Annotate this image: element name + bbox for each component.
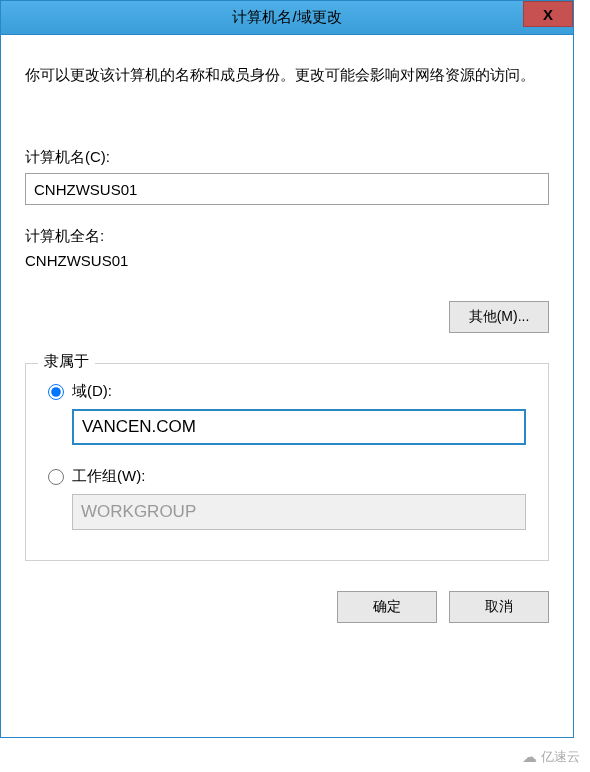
more-button-row: 其他(M)... <box>25 301 549 333</box>
domain-radio-row: 域(D): <box>48 382 526 401</box>
dialog-window: 计算机名/域更改 X 你可以更改该计算机的名称和成员身份。更改可能会影响对网络资… <box>0 0 574 738</box>
dialog-title: 计算机名/域更改 <box>232 8 341 27</box>
workgroup-radio[interactable] <box>48 469 64 485</box>
cloud-icon: ☁ <box>522 748 537 766</box>
membership-fieldset: 隶属于 域(D): 工作组(W): <box>25 363 549 561</box>
computer-name-section: 计算机名(C): <box>25 148 549 205</box>
close-button[interactable]: X <box>523 1 573 27</box>
watermark-text: 亿速云 <box>541 748 580 766</box>
domain-input[interactable] <box>72 409 526 445</box>
workgroup-input <box>72 494 526 530</box>
ok-button[interactable]: 确定 <box>337 591 437 623</box>
full-name-label: 计算机全名: <box>25 227 549 246</box>
close-icon: X <box>543 6 553 23</box>
workgroup-radio-row: 工作组(W): <box>48 467 526 486</box>
workgroup-input-wrap <box>48 494 526 530</box>
cancel-button[interactable]: 取消 <box>449 591 549 623</box>
membership-legend: 隶属于 <box>38 352 95 371</box>
titlebar: 计算机名/域更改 X <box>1 1 573 35</box>
full-name-value: CNHZWSUS01 <box>25 252 549 269</box>
domain-input-wrap <box>48 409 526 445</box>
dialog-content: 你可以更改该计算机的名称和成员身份。更改可能会影响对网络资源的访问。 计算机名(… <box>1 35 573 643</box>
description-text: 你可以更改该计算机的名称和成员身份。更改可能会影响对网络资源的访问。 <box>25 61 549 88</box>
workgroup-radio-label[interactable]: 工作组(W): <box>72 467 145 486</box>
watermark: ☁ 亿速云 <box>522 748 580 766</box>
full-name-section: 计算机全名: CNHZWSUS01 <box>25 227 549 269</box>
domain-radio-label[interactable]: 域(D): <box>72 382 112 401</box>
computer-name-label: 计算机名(C): <box>25 148 549 167</box>
computer-name-input[interactable] <box>25 173 549 205</box>
more-button[interactable]: 其他(M)... <box>449 301 549 333</box>
domain-radio[interactable] <box>48 384 64 400</box>
dialog-button-row: 确定 取消 <box>25 591 549 623</box>
